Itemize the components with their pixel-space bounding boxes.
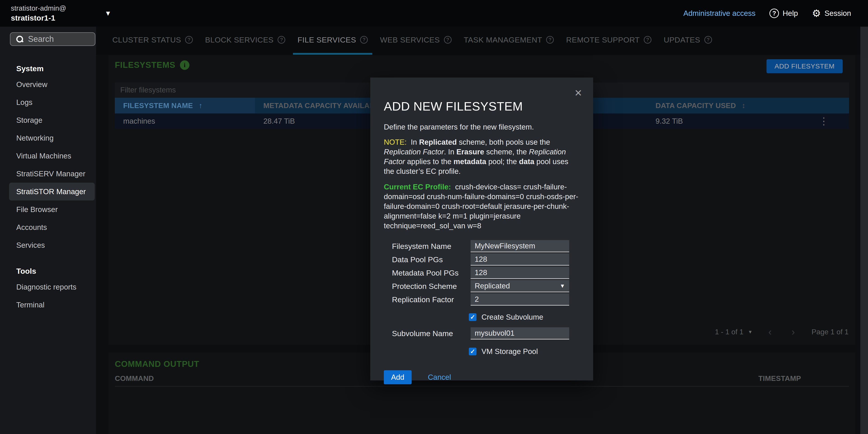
form-row-filesystem-name: Filesystem Name xyxy=(392,240,580,252)
sidebar-item-stratistor-manager[interactable]: StratiSTOR Manager xyxy=(9,183,95,200)
sidebar-item-logs[interactable]: Logs xyxy=(0,93,96,111)
modal-title: ADD NEW FILESYSTEM xyxy=(384,99,580,113)
text-segment: metadata xyxy=(454,157,486,166)
text-segment: scheme, the xyxy=(484,148,529,156)
sidebar-nav: SystemOverviewLogsStorageNetworkingVirtu… xyxy=(0,52,96,314)
nav-section-title: Tools xyxy=(0,264,96,278)
sidebar-search[interactable]: Search xyxy=(10,32,95,46)
create-subvolume-label: Create Subvolume xyxy=(482,313,543,321)
protection-scheme-value: Replicated xyxy=(475,282,510,290)
session-menu[interactable]: ⚙ Session xyxy=(812,8,851,18)
data-pool-pgs-label: Data Pool PGs xyxy=(392,255,471,264)
subvolume-name-label: Subvolume Name xyxy=(392,329,471,338)
user-identity: stratistor-admin@ stratistor1-1 xyxy=(11,4,66,23)
sidebar-item-terminal[interactable]: Terminal xyxy=(0,296,96,314)
metadata-pool-pgs-field[interactable] xyxy=(471,267,569,279)
text-segment: data xyxy=(519,157,534,166)
text-segment: . In xyxy=(444,148,456,156)
vm-storage-pool-checkbox[interactable]: ✓ xyxy=(469,348,476,355)
sidebar-item-storage[interactable]: Storage xyxy=(0,111,96,129)
vm-storage-pool-label: VM Storage Pool xyxy=(482,347,538,356)
gear-icon: ⚙ xyxy=(812,8,821,18)
form-row-protection-scheme: Protection SchemeReplicated▼ xyxy=(392,280,580,292)
create-subvolume-checkbox[interactable]: ✓ xyxy=(469,313,476,321)
user-menu-toggle[interactable]: stratistor-admin@ stratistor1-1 ▼ xyxy=(11,4,112,23)
user-menu-caret-icon: ▼ xyxy=(105,9,112,17)
protection-scheme-label: Protection Scheme xyxy=(392,282,471,291)
sidebar-item-stratiserv-manager[interactable]: StratiSERV Manager xyxy=(0,165,96,183)
text-segment: Replication Factor xyxy=(384,148,444,156)
user-name: stratistor-admin@ xyxy=(11,4,66,13)
modal-footer: Add Cancel xyxy=(384,370,580,384)
text-segment: applies to the xyxy=(405,157,454,166)
data-pool-pgs-field[interactable] xyxy=(471,253,569,266)
text-segment: scheme, both pools use the xyxy=(457,138,550,146)
chevron-down-icon: ▼ xyxy=(560,283,565,289)
modal-note: NOTE: In Replicated scheme, both pools u… xyxy=(384,137,580,176)
vm-storage-pool-row: ✓VM Storage Pool xyxy=(469,347,580,356)
sidebar-item-accounts[interactable]: Accounts xyxy=(0,218,96,236)
form-row-metadata-pool-pgs: Metadata Pool PGs xyxy=(392,267,580,279)
sidebar-item-diagnostic-reports[interactable]: Diagnostic reports xyxy=(0,278,96,296)
replication-factor-label: Replication Factor xyxy=(392,295,471,304)
text-segment: Replicated xyxy=(419,138,457,146)
replication-factor-field[interactable] xyxy=(471,293,569,306)
sidebar-item-file-browser[interactable]: File Browser xyxy=(0,200,96,218)
administrative-access-link[interactable]: Administrative access xyxy=(683,9,755,18)
filesystem-name-field[interactable] xyxy=(471,240,569,252)
subvolume-name-field[interactable] xyxy=(471,327,569,340)
session-label: Session xyxy=(825,9,851,18)
text-segment: In xyxy=(407,138,419,146)
sidebar-item-networking[interactable]: Networking xyxy=(0,129,96,147)
modal-description: Define the parameters for the new filesy… xyxy=(384,123,580,131)
form-row-replication-factor: Replication Factor xyxy=(392,293,580,306)
modal-ec-profile: Current EC Profile: crush-device-class= … xyxy=(384,182,580,230)
sidebar-item-virtual-machines[interactable]: Virtual Machines xyxy=(0,147,96,165)
add-button[interactable]: Add xyxy=(384,370,412,384)
modal-form: Filesystem NameData Pool PGsMetadata Poo… xyxy=(392,240,580,356)
protection-scheme-select[interactable]: Replicated▼ xyxy=(471,280,569,292)
text-segment: Erasure xyxy=(456,148,484,156)
masthead-actions: Administrative access ? Help ⚙ Session xyxy=(683,8,851,18)
cancel-button[interactable]: Cancel xyxy=(428,373,451,381)
sidebar-item-overview[interactable]: Overview xyxy=(0,75,96,93)
add-new-filesystem-modal: ✕ ADD NEW FILESYSTEM Define the paramete… xyxy=(370,78,593,380)
search-icon xyxy=(16,36,23,42)
sidebar: Search SystemOverviewLogsStorageNetworki… xyxy=(0,27,96,434)
text-segment: NOTE: xyxy=(384,138,407,146)
create-subvolume-row: ✓Create Subvolume xyxy=(469,313,580,321)
form-row-data-pool-pgs: Data Pool PGs xyxy=(392,253,580,266)
text-segment: pool; the xyxy=(486,157,519,166)
close-icon[interactable]: ✕ xyxy=(575,88,582,98)
sidebar-item-services[interactable]: Services xyxy=(0,236,96,254)
search-placeholder: Search xyxy=(28,34,54,44)
form-row-subvolume-name: Subvolume Name xyxy=(392,327,580,340)
host-name: stratistor1-1 xyxy=(11,13,66,23)
help-label: Help xyxy=(782,9,798,18)
metadata-pool-pgs-label: Metadata Pool PGs xyxy=(392,269,471,277)
help-menu[interactable]: ? Help xyxy=(770,8,798,18)
filesystem-name-label: Filesystem Name xyxy=(392,242,471,251)
help-icon: ? xyxy=(770,8,779,18)
nav-section-title: System xyxy=(0,61,96,75)
masthead: stratistor-admin@ stratistor1-1 ▼ Admini… xyxy=(0,0,868,27)
text-segment: Current EC Profile: xyxy=(384,183,451,191)
